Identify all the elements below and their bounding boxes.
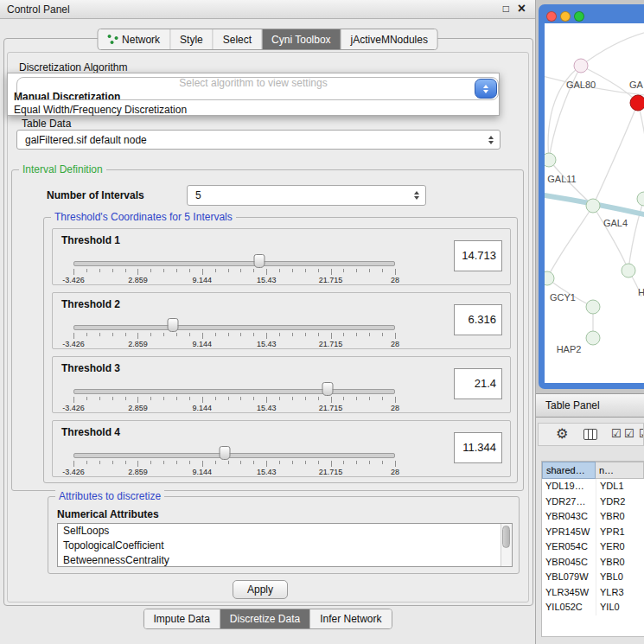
threshold-value-field[interactable]: 14.713 [454,240,502,271]
algorithm-option-equal-width-frequency[interactable]: Equal Width/Frequency Discretization [14,104,187,116]
algorithm-combobox[interactable] [16,77,499,100]
apply-button[interactable]: Apply [233,580,288,599]
network-edge [547,206,593,278]
slider-thumb[interactable] [168,318,179,332]
slider-thumb[interactable] [322,382,333,396]
table-toolbar: ⚙ ☑ ☑ ☑ [538,423,644,446]
table-panel-header: Table Panel [536,393,644,418]
threshold-slider[interactable]: -3.4262.8599.14415.4321.71528 [73,252,395,284]
table-row[interactable]: YDL19…YDL1 [542,479,644,494]
cell-shared-name: YLR345W [542,585,596,601]
cell-name: YBL0 [596,570,644,585]
tab-infer-network[interactable]: Infer Network [310,609,391,628]
table-row[interactable]: YIL052CYIL0 [542,600,644,615]
threshold-value-field[interactable]: 21.4 [454,368,502,399]
down-arrow-icon [483,90,488,93]
attribute-list-item[interactable]: TopologicalCoefficient [58,539,512,553]
thresholds-group: Threshold's Coordinates for 5 Intervals … [43,217,518,483]
table-row[interactable]: YLR345WYLR3 [542,585,644,601]
threshold-value-field[interactable]: 11.344 [454,432,502,463]
cell-shared-name: YER054C [542,539,596,555]
tab-style[interactable]: Style [170,29,214,49]
network-canvas[interactable]: GAL80GAGAL11GAL4GCY1HHAP2 [545,23,644,383]
combobox-arrows-button[interactable] [475,79,497,99]
float-window-icon[interactable]: □ [503,3,509,15]
stepper-arrows-icon [488,136,494,144]
network-node[interactable] [545,271,554,285]
network-node[interactable] [637,192,644,206]
network-node-label: H [638,287,644,297]
slider-scale: -3.4262.8599.14415.4321.71528 [73,340,395,349]
threshold-slider[interactable]: -3.4262.8599.14415.4321.71528 [73,443,395,476]
right-region: GAL80GAGAL11GAL4GCY1HHAP2 Table Panel ⚙ … [536,0,644,644]
attributes-list[interactable]: SelfLoopsTopologicalCoefficientBetweenne… [57,523,513,567]
slider-track [73,453,395,458]
network-node[interactable] [586,331,600,345]
tab-label: Discretize Data [230,613,300,625]
network-node[interactable] [586,199,600,213]
tab-jactivemnodules[interactable]: jActiveMNodules [341,29,437,49]
cell-shared-name: YBR043C [542,509,596,525]
network-node[interactable] [630,95,644,111]
slider-ticks [73,461,395,468]
table-row[interactable]: YER054CYER0 [542,539,644,555]
cell-name: YIL0 [596,600,644,615]
table-row[interactable]: YBR045CYBR0 [542,555,644,571]
attribute-list-item[interactable]: SelfLoops [58,524,512,539]
table-row[interactable]: YBR043CYBR0 [542,509,644,525]
columns-icon[interactable] [583,429,597,440]
table-data-combobox[interactable]: galFiltered.sif default node [16,130,501,150]
number-of-intervals-combobox[interactable]: 5 [187,185,426,206]
tab-network[interactable]: Network [98,29,170,49]
slider-track [73,261,395,266]
zoom-window-icon[interactable] [574,11,584,22]
network-node-label: GCY1 [550,292,576,303]
table-row[interactable]: YBL079WYBL0 [542,570,644,585]
minimize-window-icon[interactable] [560,11,571,22]
attributes-group: Attributes to discretize Numerical Attri… [48,496,520,574]
table-row[interactable]: YDR27…YDR2 [542,494,644,510]
threshold-panel: Threshold 3-3.4262.8599.14415.4321.71528… [52,356,511,413]
slider-thumb[interactable] [219,446,230,460]
interval-definition-group: Interval Definition Number of Intervals … [11,169,524,491]
table-row[interactable]: YPR145WYPR1 [542,525,644,540]
slider-thumb[interactable] [253,254,265,268]
slider-scale: -3.4262.8599.14415.4321.71528 [73,468,395,477]
column-header-shared-name[interactable]: shared… [542,462,596,479]
number-of-intervals-label: Number of Intervals [47,189,144,201]
cell-name: YLR3 [596,585,644,601]
threshold-label: Threshold 1 [61,234,120,246]
scrollbar-thumb[interactable] [502,526,510,548]
cell-name: YBR0 [596,509,644,525]
threshold-slider[interactable]: -3.4262.8599.14415.4321.71528 [73,316,395,348]
discretization-algorithm-title: Discretization Algorithm [19,61,127,73]
up-arrow-icon [414,191,419,194]
attributes-scrollbar[interactable] [501,524,512,566]
attribute-list-item[interactable]: BetweennessCentrality [58,553,512,567]
gear-icon[interactable]: ⚙ [556,425,568,442]
tab-label: Infer Network [320,613,381,625]
tab-impute-data[interactable]: Impute Data [143,609,220,628]
network-node[interactable] [622,264,635,277]
cell-shared-name: YDR27… [542,494,596,510]
cell-name: YPR1 [596,525,644,540]
close-panel-icon[interactable]: × [518,1,526,16]
threshold-value-field[interactable]: 6.316 [454,304,502,335]
network-node[interactable] [586,300,600,314]
tab-cyni-toolbox[interactable]: Cyni Toolbox [262,29,341,49]
checkbox-icon[interactable]: ☑ [639,427,644,440]
threshold-panel: Threshold 1-3.4262.8599.14415.4321.71528… [52,228,511,285]
tab-label: Select [223,34,252,46]
column-header-name[interactable]: n… [596,462,644,479]
network-edge [593,206,628,271]
network-node[interactable] [574,59,588,73]
threshold-slider[interactable]: -3.4262.8599.14415.4321.71528 [73,379,395,412]
close-window-icon[interactable] [546,11,557,22]
up-arrow-icon [483,85,488,88]
checkbox-icon[interactable]: ☑ [611,427,622,440]
tab-select[interactable]: Select [214,29,262,49]
tab-discretize-data[interactable]: Discretize Data [220,609,310,628]
cell-shared-name: YBL079W [542,570,596,585]
checkbox-icon[interactable]: ☑ [624,427,634,440]
network-node[interactable] [545,153,556,167]
